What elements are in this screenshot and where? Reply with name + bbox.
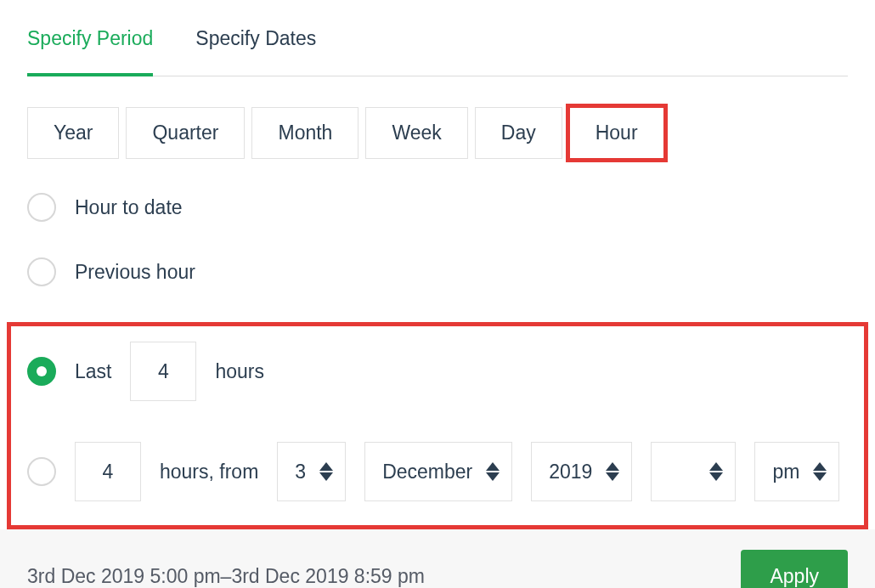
spinner-stack [709,462,723,481]
option-last-hours: Last 4 hours [27,342,848,401]
option-label-prefix: Last [75,360,111,383]
arrow-up-icon[interactable] [606,462,619,471]
period-buttons: Year Quarter Month Week Day Hour [27,107,848,159]
arrow-up-icon[interactable] [319,462,333,471]
option-label: Hour to date [75,196,183,219]
tab-specify-period[interactable]: Specify Period [27,27,153,76]
arrow-down-icon[interactable] [709,472,723,481]
option-hour-to-date: Hour to date [27,193,848,222]
radio-hour-to-date[interactable] [27,193,56,222]
hours-from-count-field[interactable]: 4 [75,442,141,501]
highlighted-options-box: Last 4 hours 4 hours, from 3 December [7,322,868,529]
option-label-suffix: hours [215,360,264,383]
option-label: Previous hour [75,261,195,284]
last-hours-count-field[interactable]: 4 [130,342,196,401]
option-label-mid: hours, from [160,461,258,483]
hours-from-year-field[interactable]: 2019 [531,442,632,501]
option-hours-from: 4 hours, from 3 December [27,442,848,501]
hours-from-hour-field[interactable] [651,442,736,501]
arrow-up-icon[interactable] [709,462,723,471]
spinner-stack [606,462,619,481]
hours-from-day-field[interactable]: 3 [277,442,346,501]
period-year-button[interactable]: Year [27,107,119,159]
date-range-text: 3rd Dec 2019 5:00 pm–3rd Dec 2019 8:59 p… [27,565,425,588]
day-value: 3 [295,461,306,483]
hours-from-month-field[interactable]: December [364,442,512,501]
ampm-value: pm [772,461,799,483]
period-month-button[interactable]: Month [251,107,358,159]
tab-specify-dates[interactable]: Specify Dates [195,27,316,76]
arrow-down-icon[interactable] [606,472,619,481]
arrow-down-icon[interactable] [319,472,333,481]
arrow-down-icon[interactable] [486,472,500,481]
tabs: Specify Period Specify Dates [27,27,848,76]
period-day-button[interactable]: Day [475,107,562,159]
apply-button[interactable]: Apply [741,550,848,588]
arrow-up-icon[interactable] [486,462,500,471]
radio-last-hours[interactable] [27,357,56,386]
arrow-down-icon[interactable] [813,472,827,481]
period-quarter-button[interactable]: Quarter [126,107,245,159]
spinner-stack [813,462,827,481]
footer: 3rd Dec 2019 5:00 pm–3rd Dec 2019 8:59 p… [0,529,875,588]
month-value: December [382,461,472,483]
options: Hour to date Previous hour Last 4 hours … [27,193,848,529]
period-week-button[interactable]: Week [365,107,467,159]
spinner-stack [319,462,333,481]
arrow-up-icon[interactable] [813,462,827,471]
period-hour-button[interactable]: Hour [566,104,668,162]
radio-hours-from[interactable] [27,457,56,486]
year-value: 2019 [549,461,592,483]
option-previous-hour: Previous hour [27,257,848,286]
radio-previous-hour[interactable] [27,257,56,286]
hours-from-ampm-field[interactable]: pm [754,442,839,501]
spinner-stack [486,462,500,481]
